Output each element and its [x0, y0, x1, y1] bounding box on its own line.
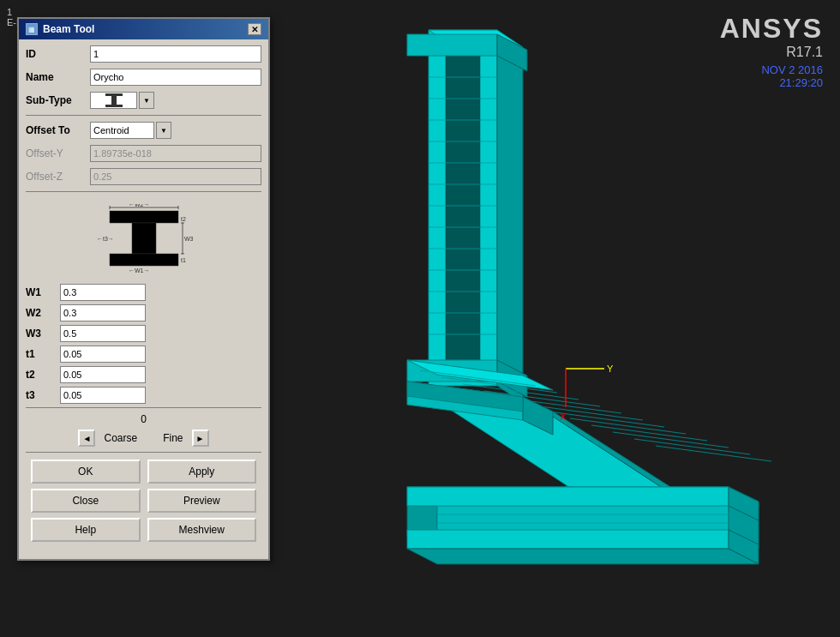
cross-section-diagram: ←W2→ t2 W3 ←t3→ ←W1→ t1	[26, 197, 261, 279]
t2-row: t2	[26, 366, 261, 383]
dialog-close-button[interactable]: ✕	[248, 23, 261, 35]
t2-label: t2	[26, 369, 60, 381]
svg-text:←W1→: ←W1→	[129, 267, 150, 273]
subtype-row: Sub-Type ▼	[26, 91, 261, 110]
w3-row: W3	[26, 325, 261, 342]
fine-label: Fine	[163, 432, 183, 444]
t3-input[interactable]	[60, 387, 146, 404]
ansys-title: ANSYS	[720, 13, 823, 45]
ibeam-icon	[102, 92, 126, 109]
ansys-version: R17.1	[720, 45, 823, 60]
subtype-dropdown-arrow[interactable]: ▼	[139, 92, 154, 109]
coarse-label: Coarse	[104, 432, 137, 444]
t1-row: t1	[26, 346, 261, 363]
svg-text:t1: t1	[181, 257, 186, 263]
offset-z-input[interactable]	[90, 168, 261, 185]
ansys-brand: ANSYS R17.1 NOV 2 2016 21:29:20	[720, 13, 823, 89]
w3-input[interactable]	[60, 325, 146, 342]
close-button[interactable]: Close	[31, 489, 141, 513]
offset-to-container: ▼	[90, 122, 171, 139]
svg-marker-49	[407, 487, 729, 506]
3d-model-area: Y X	[266, 0, 840, 637]
slider-left-button[interactable]: ◄	[78, 430, 95, 447]
slider-section: 0 ◄ Coarse Fine ►	[26, 407, 261, 452]
apply-button[interactable]: Apply	[147, 460, 257, 484]
cross-section-svg: ←W2→ t2 W3 ←t3→ ←W1→ t1	[93, 204, 195, 273]
meshview-button[interactable]: Meshview	[147, 518, 257, 542]
offset-y-label: Offset-Y	[26, 147, 90, 159]
t1-label: t1	[26, 348, 60, 360]
svg-marker-5	[407, 34, 497, 56]
t3-row: t3	[26, 387, 261, 404]
offset-y-input[interactable]	[90, 145, 261, 162]
offset-z-row: Offset-Z	[26, 167, 261, 186]
slider-value: 0	[26, 413, 261, 425]
dialog-title-left: ▦ Beam Tool	[26, 23, 94, 35]
help-button[interactable]: Help	[31, 518, 141, 542]
slider-controls: ◄ Coarse Fine ►	[26, 430, 261, 447]
name-input[interactable]	[90, 69, 261, 86]
svg-rect-61	[105, 105, 123, 107]
w2-input[interactable]	[60, 304, 146, 322]
beam-tool-dialog: ▦ Beam Tool ✕ ID Name Sub-Type	[17, 17, 270, 561]
dialog-title-text: Beam Tool	[43, 23, 94, 35]
w1-input[interactable]	[60, 284, 146, 301]
id-input[interactable]	[90, 45, 261, 63]
svg-text:W3: W3	[184, 236, 194, 242]
svg-marker-2	[497, 30, 523, 403]
w2-row: W2	[26, 304, 261, 322]
corner-label-1: 1	[7, 7, 23, 17]
offset-z-label: Offset-Z	[26, 171, 90, 183]
svg-text:Y: Y	[607, 364, 614, 374]
3d-model-svg: Y X	[266, 0, 840, 637]
svg-rect-60	[111, 96, 117, 105]
w1-row: W1	[26, 284, 261, 301]
svg-rect-59	[105, 93, 123, 96]
separator-1	[26, 115, 261, 116]
w1-label: W1	[26, 286, 60, 298]
offset-to-input[interactable]	[90, 122, 154, 139]
t2-input[interactable]	[60, 366, 146, 383]
slider-right-button[interactable]: ►	[192, 430, 209, 447]
preview-button[interactable]: Preview	[147, 489, 257, 513]
w3-label: W3	[26, 328, 60, 340]
ansys-time: 21:29:20	[720, 76, 823, 89]
w2-label: W2	[26, 307, 60, 319]
svg-rect-63	[132, 223, 156, 254]
buttons-section: OK Apply Close Preview Help Meshview	[26, 452, 261, 554]
svg-text:←W2→: ←W2→	[129, 204, 150, 207]
svg-marker-4	[446, 47, 480, 377]
dialog-titlebar: ▦ Beam Tool ✕	[19, 19, 268, 39]
btn-row-1: OK Apply	[31, 460, 256, 484]
svg-marker-53	[407, 549, 759, 564]
dialog-content: ID Name Sub-Type ▼	[19, 39, 268, 559]
separator-2	[26, 191, 261, 192]
slider-label-group: Coarse Fine	[104, 432, 183, 444]
name-row: Name	[26, 68, 261, 87]
dialog-title-icon: ▦	[26, 23, 38, 35]
t3-label: t3	[26, 389, 60, 401]
btn-row-2: Close Preview	[31, 489, 256, 513]
subtype-icon-display	[90, 92, 137, 109]
svg-text:←t3→: ←t3→	[97, 236, 114, 242]
svg-marker-51	[407, 530, 729, 549]
svg-text:t2: t2	[181, 216, 186, 222]
offset-to-row: Offset To ▼	[26, 121, 261, 140]
svg-rect-62	[110, 211, 178, 223]
ansys-date: NOV 2 2016	[720, 63, 823, 76]
id-row: ID	[26, 45, 261, 63]
svg-text:X: X	[560, 412, 567, 422]
svg-rect-64	[110, 254, 178, 266]
offset-to-dropdown-arrow[interactable]: ▼	[156, 122, 171, 139]
ok-button[interactable]: OK	[31, 460, 141, 484]
offset-to-label: Offset To	[26, 124, 90, 136]
id-label: ID	[26, 48, 90, 60]
offset-y-row: Offset-Y	[26, 144, 261, 163]
t1-input[interactable]	[60, 346, 146, 363]
name-label: Name	[26, 71, 90, 83]
subtype-label: Sub-Type	[26, 94, 90, 106]
btn-row-3: Help Meshview	[31, 518, 256, 542]
